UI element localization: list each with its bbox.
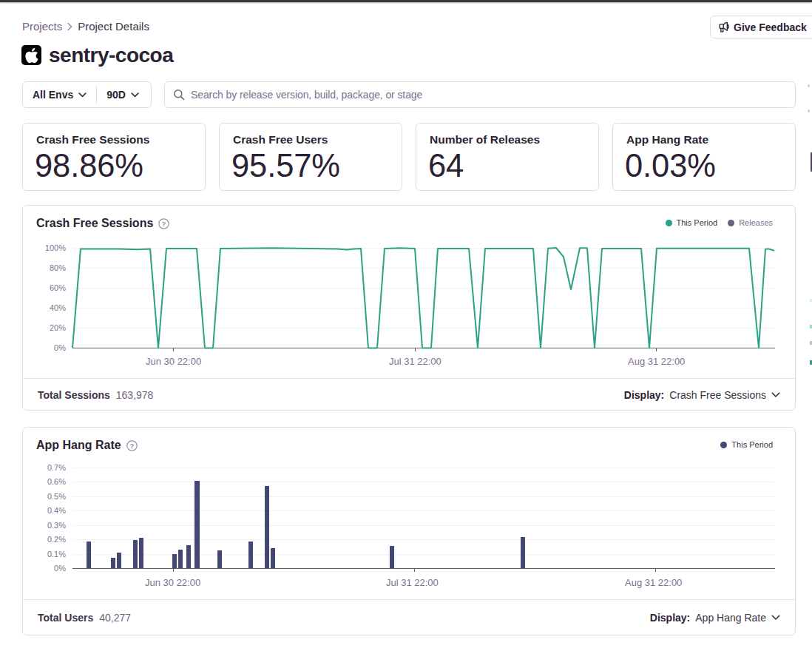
svg-text:?: ?: [162, 219, 166, 227]
svg-text:?: ?: [129, 441, 134, 449]
